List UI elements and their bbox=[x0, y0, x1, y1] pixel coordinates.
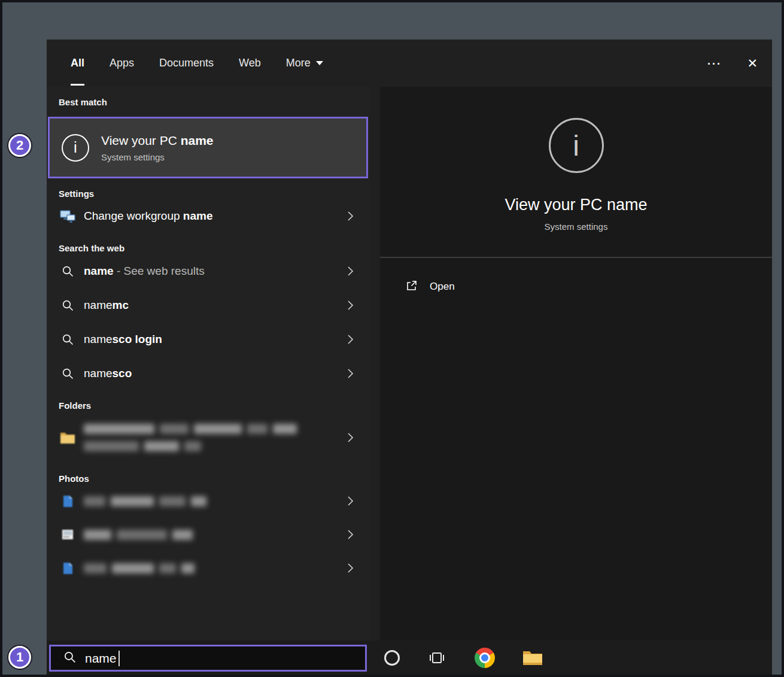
query-text: name bbox=[84, 299, 113, 311]
result-label-bold: name bbox=[183, 210, 213, 222]
search-results-list: Best match i View your PC name System se… bbox=[47, 87, 370, 640]
best-match-text: View your PC name System settings bbox=[101, 133, 214, 162]
result-label: namesco bbox=[84, 367, 132, 380]
taskbar: name bbox=[47, 640, 772, 675]
section-search-the-web: Search the web bbox=[59, 243, 370, 254]
tab-more[interactable]: More bbox=[286, 40, 323, 87]
web-result-namesco-login[interactable]: namesco login bbox=[47, 322, 370, 356]
chevron-right-icon[interactable] bbox=[347, 368, 354, 380]
preview-title: View your PC name bbox=[505, 196, 647, 214]
tab-all[interactable]: All bbox=[71, 40, 84, 87]
result-label: namemc bbox=[84, 299, 129, 312]
best-match-subtitle: System settings bbox=[101, 152, 214, 162]
web-result-namesco[interactable]: namesco bbox=[47, 356, 370, 390]
chevron-right-icon[interactable] bbox=[347, 265, 354, 277]
result-change-workgroup[interactable]: Change workgroup name bbox=[47, 199, 370, 233]
chevron-right-icon[interactable] bbox=[347, 562, 354, 574]
query-text: name bbox=[84, 265, 114, 277]
chrome-icon[interactable] bbox=[475, 648, 495, 668]
chevron-right-icon[interactable] bbox=[347, 495, 354, 507]
photo-result-redacted[interactable] bbox=[47, 484, 370, 518]
completion-text: mc bbox=[113, 299, 129, 311]
search-icon bbox=[60, 265, 75, 278]
search-icon bbox=[60, 367, 75, 380]
more-options-button[interactable]: ⋯ bbox=[706, 56, 721, 71]
preview-pane: i View your PC name System settings Open bbox=[380, 87, 772, 640]
photo-result-redacted[interactable] bbox=[47, 518, 370, 551]
best-match-title-bold: name bbox=[181, 133, 214, 147]
search-tab-bar: All Apps Documents Web More ⋯ ✕ bbox=[47, 40, 772, 87]
best-match-title: View your PC name bbox=[101, 133, 214, 148]
chevron-down-icon bbox=[316, 61, 323, 65]
web-result-namemc[interactable]: namemc bbox=[47, 288, 370, 322]
callout-step-2: 2 bbox=[8, 134, 31, 157]
file-explorer-icon[interactable] bbox=[522, 649, 543, 666]
cortana-icon[interactable] bbox=[384, 650, 400, 666]
section-photos: Photos bbox=[59, 473, 370, 484]
close-icon[interactable]: ✕ bbox=[747, 57, 758, 69]
query-text: name bbox=[84, 367, 113, 380]
document-icon bbox=[60, 562, 75, 575]
search-icon bbox=[60, 333, 75, 346]
info-icon: i bbox=[62, 134, 89, 162]
tab-all-label: All bbox=[71, 57, 84, 69]
suffix-text: - See web results bbox=[114, 265, 205, 277]
photo-result-redacted[interactable] bbox=[47, 551, 370, 585]
tab-documents[interactable]: Documents bbox=[159, 40, 214, 87]
section-folders: Folders bbox=[59, 400, 370, 411]
web-result-see-results[interactable]: name - See web results bbox=[47, 254, 370, 288]
callout-step-1: 1 bbox=[8, 646, 31, 669]
text-cursor bbox=[118, 651, 120, 666]
search-input-value: name bbox=[85, 651, 117, 666]
completion-text: sco bbox=[113, 367, 132, 380]
folder-icon bbox=[60, 431, 75, 444]
search-icon bbox=[63, 650, 77, 666]
open-icon bbox=[405, 280, 418, 295]
folder-result-redacted[interactable] bbox=[47, 411, 370, 463]
task-view-icon[interactable] bbox=[428, 649, 446, 667]
query-text: name bbox=[84, 333, 113, 345]
tab-apps-label: Apps bbox=[110, 57, 134, 69]
chevron-right-icon[interactable] bbox=[347, 529, 354, 541]
completion-text: sco login bbox=[113, 333, 162, 345]
workgroup-icon bbox=[60, 209, 75, 223]
search-input[interactable]: name bbox=[49, 645, 367, 672]
chevron-right-icon[interactable] bbox=[347, 333, 354, 345]
result-label: name - See web results bbox=[84, 265, 205, 278]
result-label: Change workgroup name bbox=[84, 210, 212, 223]
photo-icon bbox=[60, 529, 75, 540]
tab-web-label: Web bbox=[239, 57, 261, 69]
desktop-background: All Apps Documents Web More ⋯ ✕ Best mat… bbox=[0, 0, 784, 677]
section-best-match: Best match bbox=[59, 97, 370, 108]
info-icon-large: i bbox=[549, 118, 604, 173]
blurred-photo-text bbox=[84, 563, 195, 573]
open-action[interactable]: Open bbox=[380, 274, 772, 300]
chevron-right-icon[interactable] bbox=[347, 210, 354, 222]
best-match-result[interactable]: i View your PC name System settings bbox=[48, 117, 368, 178]
tab-apps[interactable]: Apps bbox=[110, 40, 134, 87]
result-label-prefix: Change workgroup bbox=[84, 210, 183, 222]
preview-subtitle: System settings bbox=[545, 221, 608, 232]
result-label: namesco login bbox=[84, 333, 162, 346]
tab-more-label: More bbox=[286, 57, 311, 69]
open-label: Open bbox=[430, 281, 455, 293]
tab-web[interactable]: Web bbox=[239, 40, 261, 87]
section-settings: Settings bbox=[59, 189, 370, 199]
divider bbox=[380, 257, 772, 258]
chevron-right-icon[interactable] bbox=[347, 432, 354, 444]
search-icon bbox=[60, 299, 75, 312]
tab-documents-label: Documents bbox=[159, 57, 214, 69]
best-match-title-prefix: View your PC bbox=[101, 133, 181, 147]
document-icon bbox=[60, 495, 75, 508]
blurred-photo-text bbox=[84, 530, 193, 540]
blurred-photo-text bbox=[84, 496, 206, 506]
windows-search-flyout: All Apps Documents Web More ⋯ ✕ Best mat… bbox=[47, 40, 772, 675]
chevron-right-icon[interactable] bbox=[347, 299, 354, 311]
blurred-folder-text bbox=[84, 424, 297, 451]
window-controls: ⋯ ✕ bbox=[706, 40, 772, 87]
